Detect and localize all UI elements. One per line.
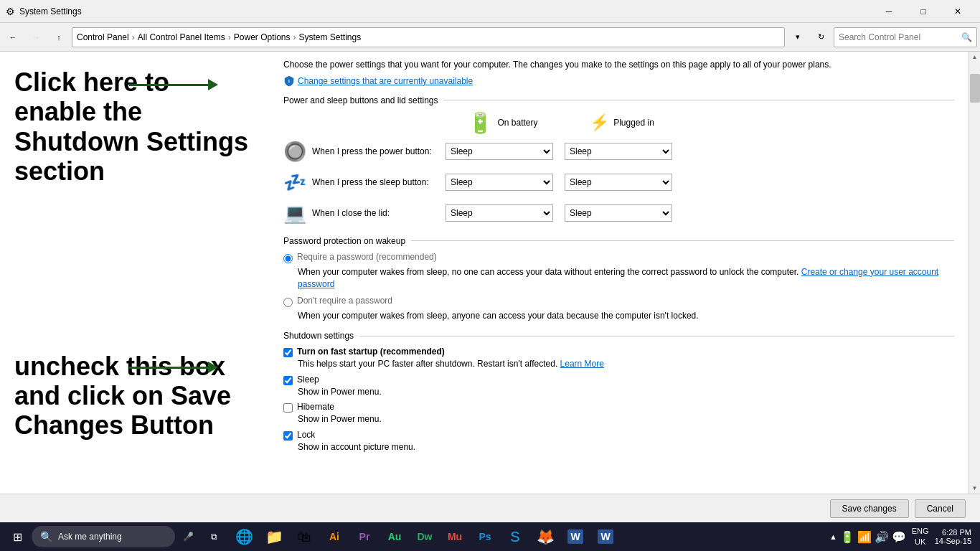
lid-plugged-select[interactable]: SleepHibernateShut downDo nothing — [565, 204, 672, 222]
taskbar-skype[interactable]: S — [501, 522, 529, 551]
start-button[interactable]: ⊞ — [3, 522, 32, 551]
word-icon: W — [567, 529, 583, 544]
taskbar-word2[interactable]: W — [591, 522, 620, 551]
fast-startup-label: Turn on fast startup (recommended) — [297, 347, 445, 357]
taskbar-word[interactable]: W — [561, 522, 590, 551]
save-button[interactable]: Save changes — [830, 499, 909, 518]
change-settings-link[interactable]: Change settings that are currently unava… — [298, 76, 473, 86]
annotation-area: Click here to enable the Shutdown Settin… — [0, 52, 269, 494]
arrow-top — [129, 79, 218, 90]
search-box: 🔍 — [834, 27, 977, 47]
learn-more-link[interactable]: Learn More — [560, 359, 604, 369]
taskbar-store[interactable]: 🛍 — [290, 522, 319, 551]
require-password-radio[interactable] — [283, 254, 293, 263]
sleep-button-icon: 💤 — [283, 171, 306, 194]
taskbar-muse[interactable]: Mu — [440, 522, 469, 551]
power-button-row: 🔘 When I press the power button: SleepHi… — [283, 138, 954, 166]
arrow-bottom-line — [129, 367, 208, 369]
taskbar-dreamweaver[interactable]: Dw — [410, 522, 439, 551]
scrollbar-thumb[interactable] — [970, 74, 980, 103]
breadcrumb-all-items[interactable]: All Control Panel Items — [138, 32, 225, 42]
sleep-button-plugged-select[interactable]: SleepHibernateShut downDo nothing — [565, 174, 672, 191]
change-settings-row: ! Change settings that are currently una… — [283, 75, 954, 87]
mic-button[interactable]: 🎤 — [175, 522, 201, 551]
power-button-battery-select[interactable]: SleepHibernateShut downDo nothing — [446, 143, 553, 160]
taskbar-edge[interactable]: 🌐 — [230, 522, 258, 551]
firefox-icon: 🦊 — [537, 528, 555, 545]
show-hidden-icon[interactable]: ▲ — [829, 532, 837, 541]
lock-checkbox-row: Lock — [283, 430, 954, 441]
breadcrumb: Control Panel › All Control Panel Items … — [72, 27, 785, 47]
arrow-top-head — [208, 79, 218, 90]
power-button-plugged-select[interactable]: SleepHibernateShut downDo nothing — [565, 143, 672, 160]
date: 14-Sep-15 — [935, 537, 971, 545]
shutdown-title: Shutdown settings — [283, 331, 354, 341]
audition-icon: Au — [388, 531, 402, 542]
password-section-header: Password protection on wakeup — [283, 236, 954, 246]
bottom-bar: Save changes Cancel — [0, 494, 980, 522]
lid-battery-select[interactable]: SleepHibernateShut downDo nothing — [446, 204, 553, 222]
sleep-button-label: 💤 When I press the sleep button: — [283, 169, 441, 197]
password-line — [411, 240, 954, 241]
refresh-button[interactable]: ↻ — [811, 27, 831, 47]
taskbar-photoshop[interactable]: Ps — [471, 522, 499, 551]
taskbar-search-text: Ask me anything — [58, 532, 122, 542]
taskbar-apps: 🌐 📁 🛍 Ai Pr Au Dw Mu Ps S 🦊 W W — [230, 522, 620, 551]
fast-startup-desc: This helps start your PC faster after sh… — [298, 359, 954, 370]
plugged-in-header: ⚡ Plugged in — [565, 113, 679, 132]
illustrator-icon: Ai — [329, 531, 339, 542]
scroll-up-arrow[interactable]: ▲ — [970, 52, 980, 62]
sleep-button-battery-select[interactable]: SleepHibernateShut downDo nothing — [446, 174, 553, 191]
taskbar-premiere[interactable]: Pr — [350, 522, 379, 551]
lid-label: 💻 When I close the lid: — [283, 199, 441, 227]
hibernate-checkbox-row: Hibernate — [283, 402, 954, 413]
scrollbar[interactable]: ▲ ▼ — [969, 52, 980, 494]
content-scroll-wrapper[interactable]: Choose the power settings that you want … — [269, 52, 969, 494]
close-button[interactable]: ✕ — [941, 0, 974, 23]
lid-row: 💻 When I close the lid: SleepHibernateSh… — [283, 199, 954, 227]
title-bar-controls: ─ □ ✕ — [872, 0, 974, 23]
hibernate-checkbox-desc: Show in Power menu. — [298, 414, 954, 425]
lock-checkbox[interactable] — [283, 431, 293, 441]
no-password-radio[interactable] — [283, 298, 293, 307]
task-view-button[interactable]: ⧉ — [201, 522, 227, 551]
fast-startup-checkbox[interactable] — [283, 348, 293, 357]
cancel-button[interactable]: Cancel — [915, 499, 966, 518]
power-button-label: 🔘 When I press the power button: — [283, 138, 441, 166]
store-icon: 🛍 — [297, 529, 311, 545]
breadcrumb-control-panel[interactable]: Control Panel — [77, 32, 129, 42]
no-password-desc: When your computer wakes from sleep, any… — [298, 310, 954, 322]
sleep-checkbox-desc: Show in Power menu. — [298, 387, 954, 398]
dropdown-button[interactable]: ▾ — [788, 27, 808, 47]
breadcrumb-power-options[interactable]: Power Options — [234, 32, 291, 42]
power-plug-icon: ⚡ — [590, 113, 609, 132]
sleep-checkbox[interactable] — [283, 376, 293, 385]
power-button-icon: 🔘 — [283, 141, 306, 163]
shield-icon: ! — [283, 75, 295, 87]
minimize-button[interactable]: ─ — [872, 0, 905, 23]
clock: 6:28 PM 14-Sep-15 — [935, 528, 971, 545]
taskbar-firefox[interactable]: 🦊 — [531, 522, 560, 551]
radio-section: Require a password (recommended) When yo… — [283, 252, 954, 322]
address-bar: ← → ↑ Control Panel › All Control Panel … — [0, 23, 980, 52]
search-input[interactable] — [839, 32, 961, 42]
muse-icon: Mu — [448, 531, 462, 542]
power-sleep-section-header: Power and sleep buttons and lid settings — [283, 95, 954, 105]
hibernate-checkbox[interactable] — [283, 403, 293, 413]
arrow-bottom-head — [208, 362, 218, 373]
power-grid-headers: 🔋 On battery ⚡ Plugged in — [283, 111, 954, 135]
taskbar-explorer[interactable]: 📁 — [260, 522, 288, 551]
maximize-button[interactable]: □ — [907, 0, 940, 23]
require-password-desc: When your computer wakes from sleep, no … — [298, 266, 954, 291]
fast-startup-row: Turn on fast startup (recommended) — [283, 347, 954, 357]
taskbar-illustrator[interactable]: Ai — [320, 522, 349, 551]
power-sleep-line — [443, 100, 954, 100]
back-button[interactable]: ← — [3, 27, 23, 47]
shutdown-section-header: Shutdown settings — [283, 331, 954, 341]
up-button[interactable]: ↑ — [49, 27, 69, 47]
notification-icon[interactable]: 💬 — [892, 530, 906, 544]
scroll-down-arrow[interactable]: ▼ — [970, 483, 980, 494]
forward-button[interactable]: → — [26, 27, 46, 47]
taskbar-audition[interactable]: Au — [380, 522, 409, 551]
taskbar-search[interactable]: 🔍 Ask me anything — [32, 526, 175, 547]
